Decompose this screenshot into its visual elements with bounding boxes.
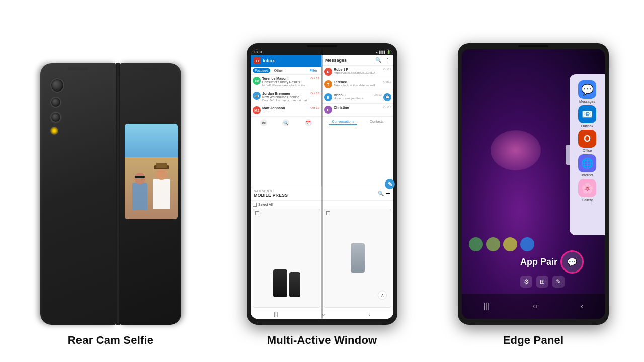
edge-sidebar[interactable]: 💬 Messages 📧 Outlook O xyxy=(570,74,605,235)
person2-sunglasses xyxy=(135,176,145,178)
messages-search-icon[interactable]: 🔍 xyxy=(375,57,381,63)
app-icon-4[interactable] xyxy=(520,237,534,251)
internet-icon[interactable]: 🌐 xyxy=(578,154,596,172)
pencil-icon[interactable]: ✎ xyxy=(552,276,565,288)
email-date-3: Oct 13 xyxy=(310,106,319,110)
signal-icon: ▌▌▌ xyxy=(379,51,386,54)
msg-item-2[interactable]: T Terence Oct13 Take a look at this slid… xyxy=(322,78,393,91)
email-content-3: Matt Johnson Oct 13 xyxy=(262,106,319,110)
msg-content-1: Robert P Oct13 https://youtu.be/CmS5t1X9… xyxy=(334,68,391,74)
top-speaker xyxy=(307,45,337,47)
email-item-3[interactable]: MJ Matt Johnson Oct 13 xyxy=(251,104,321,117)
settings-icon[interactable]: ⚙ xyxy=(520,276,532,288)
main-container: Rear Cam Selfie 18:31 ▲ ▌▌▌ 🔋 xyxy=(0,0,644,362)
edge-top-speaker xyxy=(518,45,548,47)
edge-handle[interactable] xyxy=(566,145,570,165)
messages-icon[interactable]: 💬 xyxy=(578,80,596,99)
msg-tab-contacts[interactable]: Contacts xyxy=(367,119,387,125)
email-avatar-1: TM xyxy=(253,77,261,85)
smp-menu-icon[interactable]: ☰ xyxy=(386,191,390,196)
select-all-checkbox[interactable] xyxy=(253,203,257,207)
msg-content-2: Terence Oct13 Take a look at this slide … xyxy=(334,80,391,87)
email-title: Inbox xyxy=(263,58,275,63)
msg-preview-1: https://youtu.be/CmS5t1X9cDA xyxy=(334,71,391,74)
email-name-1: Terence Mason xyxy=(262,77,287,80)
sky-bg xyxy=(125,124,178,162)
nav-back-icon[interactable]: ‹ xyxy=(368,312,370,317)
fold-front-panel xyxy=(120,63,181,325)
messages-more-icon[interactable]: ⋮ xyxy=(385,57,390,63)
time-display: 18:31 xyxy=(254,50,263,54)
mobile-press-title: MOBILE PRESS xyxy=(254,193,378,198)
app-icon-1[interactable] xyxy=(469,237,483,251)
email-compose-icon[interactable]: ✉ xyxy=(260,119,267,126)
edge-app-gallery[interactable]: 🌸 Gallery xyxy=(578,179,596,202)
office-icon-glyph: O xyxy=(584,134,591,144)
messages-header: Messages 🔍 ⋮ xyxy=(322,55,393,66)
internet-icon-glyph: 🌐 xyxy=(581,157,594,169)
person1-head xyxy=(156,169,167,180)
msg-item-3[interactable]: B Brian J Oct12 Hope to see you there. 💬 xyxy=(322,91,393,104)
app-pair-circle[interactable]: 💬 xyxy=(560,250,584,274)
smp-card-fold[interactable] xyxy=(253,209,320,308)
camera-lens-3 xyxy=(50,112,61,123)
email-search-icon[interactable]: 🔍 xyxy=(282,119,289,126)
email-tab-other[interactable]: Other xyxy=(272,68,285,73)
edge-nav-home[interactable]: ○ xyxy=(533,302,538,311)
email-tab-focused[interactable]: Focused xyxy=(253,68,270,73)
msg-tab-conversations[interactable]: Conversations xyxy=(329,119,357,125)
email-tab-filter[interactable]: Filter xyxy=(307,68,319,73)
office-icon[interactable]: O xyxy=(578,130,596,148)
msg-item-4[interactable]: C Christine Oct12 xyxy=(322,104,393,116)
section-1-label: Rear Cam Selfie xyxy=(68,334,154,347)
card-checkbox-1[interactable] xyxy=(255,211,259,215)
smp-card-note[interactable]: ∧ xyxy=(324,209,391,308)
edge-panel-device: ⚙ ⊞ ✎ App Pair 💬 💬 xyxy=(458,43,609,325)
fold-closed-device xyxy=(40,63,181,325)
edge-app-internet[interactable]: 🌐 Internet xyxy=(578,154,596,177)
email-calendar-icon[interactable]: 📅 xyxy=(305,119,312,126)
grid-icon[interactable]: ⊞ xyxy=(536,276,548,288)
gallery-icon[interactable]: 🌸 xyxy=(578,179,596,197)
edge-nav-bars[interactable]: ||| xyxy=(484,302,490,311)
person-2 xyxy=(127,169,152,219)
person1-body xyxy=(153,179,170,209)
outlook-icon[interactable]: 📧 xyxy=(578,105,596,123)
email-date-1: Oct 13 xyxy=(310,77,319,80)
msg-preview-3: Hope to see you there. xyxy=(334,97,382,100)
messages-icon-glyph: 💬 xyxy=(581,83,594,96)
nav-bars-icon[interactable]: ||| xyxy=(274,312,278,317)
fold-img-back xyxy=(273,269,287,297)
email-preview-2: Dear Jeff, I'm happy to report that... xyxy=(262,99,319,102)
edge-app-office[interactable]: O Office xyxy=(578,130,596,152)
email-subject-1: Consumer Survey Results xyxy=(262,80,319,84)
edge-nav-back[interactable]: ‹ xyxy=(581,302,583,311)
edge-app-messages[interactable]: 💬 Messages xyxy=(578,80,596,103)
msg-bubble-3: 💬 xyxy=(383,93,391,101)
msg-name-1: Robert P xyxy=(334,68,348,71)
fold-product-image xyxy=(273,219,300,297)
msg-item-1[interactable]: R Robert P Oct13 https://youtu.be/CmS5t1… xyxy=(322,66,393,78)
smp-search-icon[interactable]: 🔍 xyxy=(378,191,384,196)
email-toolbar: ✉ 🔍 📅 xyxy=(251,117,321,128)
fold-open-device: 18:31 ▲ ▌▌▌ 🔋 O Inbox xyxy=(247,43,397,325)
card-checkbox-2[interactable] xyxy=(326,211,330,215)
email-item-2[interactable]: JB Jordan Bremmer Oct 13 New Warehouse O… xyxy=(251,89,321,104)
back-speaker xyxy=(68,67,88,70)
section-rear-cam: Rear Cam Selfie xyxy=(15,10,206,347)
app-icon-3[interactable] xyxy=(503,237,517,251)
msg-name-2: Terence xyxy=(334,80,347,84)
scroll-up-button[interactable]: ∧ xyxy=(378,291,387,300)
app-icon-2[interactable] xyxy=(486,237,500,251)
outlook-label: Outlook xyxy=(581,124,593,128)
gallery-label: Gallery xyxy=(582,198,593,202)
wallpaper-blob xyxy=(491,130,541,170)
email-item-1[interactable]: TM Terence Mason Oct 13 Consumer Survey … xyxy=(251,75,321,89)
edge-app-outlook[interactable]: 📧 Outlook xyxy=(578,105,596,128)
email-date-2: Oct 13 xyxy=(310,92,319,95)
device-hinge-line xyxy=(321,49,323,319)
gallery-icon-glyph: 🌸 xyxy=(581,182,594,194)
edge-nav-bar: ||| ○ ‹ xyxy=(462,294,605,319)
compose-fab[interactable]: ✎ xyxy=(385,179,393,189)
msg-avatar-2: T xyxy=(324,80,332,88)
